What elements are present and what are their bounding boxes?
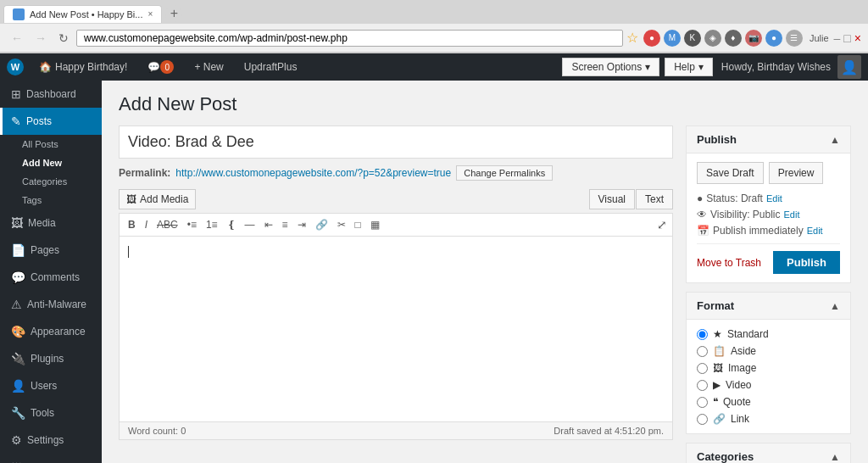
plugins-icon: 🔌 (11, 352, 25, 365)
wp-logo[interactable]: W (7, 59, 24, 75)
address-bar[interactable] (76, 30, 623, 47)
sidebar-item-appearance[interactable]: 🎨 Appearance (0, 318, 102, 345)
sidebar-sub-add-new[interactable]: Add New (0, 153, 102, 172)
preview-btn[interactable]: Preview (769, 162, 824, 184)
link-btn[interactable]: 🔗 (312, 217, 331, 232)
browser-icon-6[interactable]: 📷 (745, 30, 762, 47)
sidebar-item-wordfence[interactable]: 🛡 Wordfence (0, 454, 102, 463)
format-option-link[interactable]: 🔗 Link (697, 413, 840, 425)
browser-nav-icons: ☆ ● M K ◈ ♦ 📷 ● ☰ Julie – □ × (626, 30, 861, 47)
categories-panel-toggle[interactable]: ▲ (830, 451, 840, 463)
strikethrough-btn[interactable]: ABC (153, 217, 181, 232)
admin-bar-comments[interactable]: 💬 0 (142, 53, 179, 81)
visibility-meta: 👁 Visibility: Public Edit (697, 209, 840, 220)
change-permalinks-btn[interactable]: Change Permalinks (456, 165, 553, 181)
sidebar-item-pages[interactable]: 📄 Pages (0, 237, 102, 264)
align-left-btn[interactable]: ⇤ (261, 217, 276, 232)
format-radio-image[interactable] (697, 363, 708, 374)
word-count-label: Word count: 0 (128, 426, 186, 436)
schedule-meta: 📅 Publish immediately Edit (697, 225, 840, 237)
table-btn[interactable]: ▦ (367, 217, 383, 232)
link-format-icon: 🔗 (713, 413, 726, 425)
blockquote-btn[interactable]: ❴ (224, 217, 239, 232)
format-option-quote[interactable]: ❝ Quote (697, 396, 840, 408)
post-title-input[interactable] (119, 126, 673, 159)
format-radio-video[interactable] (697, 380, 708, 391)
back-btn[interactable]: ← (7, 30, 27, 47)
schedule-edit-link[interactable]: Edit (807, 226, 823, 236)
permalink-url[interactable]: http://www.customonepagewebsite.com/?p=5… (175, 167, 451, 179)
format-radio-aside[interactable] (697, 346, 708, 357)
browser-icon-7[interactable]: ● (765, 30, 782, 47)
bold-btn[interactable]: B (125, 217, 139, 232)
align-center-btn[interactable]: ≡ (279, 217, 292, 232)
format-panel-header[interactable]: Format ▲ (687, 293, 850, 320)
close-window-btn[interactable]: × (854, 31, 861, 45)
format-option-aside[interactable]: 📋 Aside (697, 345, 840, 357)
ordered-list-btn[interactable]: 1≡ (203, 217, 221, 232)
sidebar-sub-all-posts[interactable]: All Posts (0, 135, 102, 153)
screen-options-btn[interactable]: Screen Options ▾ (562, 58, 659, 76)
format-radio-quote[interactable] (697, 397, 708, 408)
move-to-trash-link[interactable]: Move to Trash (697, 257, 761, 269)
add-media-btn[interactable]: 🖼 Add Media (119, 189, 196, 209)
status-edit-link[interactable]: Edit (766, 193, 782, 204)
format-radio-link[interactable] (697, 414, 708, 425)
format-option-video[interactable]: ▶ Video (697, 379, 840, 391)
browser-icon-5[interactable]: ♦ (725, 30, 742, 47)
insert-btn[interactable]: □ (352, 217, 364, 232)
publish-panel-toggle[interactable]: ▲ (830, 134, 840, 146)
tab-visual[interactable]: Visual (589, 189, 635, 209)
browser-tab-active[interactable]: Add New Post • Happy Bi... × (3, 5, 162, 23)
tab-close-btn[interactable]: × (147, 9, 153, 19)
permalink-bar: Permalink: http://www.customonepagewebsi… (119, 165, 673, 181)
publish-btn[interactable]: Publish (773, 251, 840, 274)
browser-icon-2[interactable]: M (664, 30, 681, 47)
draft-saved-label: Draft saved at 4:51:20 pm. (554, 426, 664, 436)
visibility-icon: 👁 (697, 209, 707, 220)
align-right-btn[interactable]: ⇥ (294, 217, 309, 232)
italic-btn[interactable]: I (142, 217, 151, 232)
sidebar-item-comments[interactable]: 💬 Comments (0, 264, 102, 291)
horizontal-rule-btn[interactable]: — (242, 217, 259, 232)
sidebar-item-users[interactable]: 👤 Users (0, 372, 102, 399)
browser-icon-8[interactable]: ☰ (786, 30, 803, 47)
unlink-btn[interactable]: ✂ (334, 217, 349, 232)
save-draft-btn[interactable]: Save Draft (697, 162, 764, 184)
minimize-btn[interactable]: – (834, 31, 841, 45)
bookmark-star-icon[interactable]: ☆ (626, 30, 638, 46)
new-tab-btn[interactable]: + (165, 5, 182, 22)
editor-content-area[interactable] (119, 236, 673, 422)
format-option-image[interactable]: 🖼 Image (697, 362, 840, 374)
unordered-list-btn[interactable]: •≡ (184, 217, 200, 232)
sidebar-item-anti-malware[interactable]: ⚠ Anti-Malware (0, 291, 102, 318)
admin-bar-new[interactable]: + New (189, 53, 228, 81)
visibility-edit-link[interactable]: Edit (783, 209, 799, 220)
expand-toolbar-btn[interactable]: ⤢ (657, 218, 667, 232)
sidebar-item-tools[interactable]: 🔧 Tools (0, 399, 102, 427)
browser-icon-3[interactable]: K (684, 30, 701, 47)
categories-panel-header[interactable]: Categories ▲ (687, 443, 850, 463)
sidebar-item-settings[interactable]: ⚙ Settings (0, 427, 102, 454)
tab-text[interactable]: Text (636, 189, 673, 209)
forward-btn[interactable]: → (31, 30, 51, 47)
browser-icon-1[interactable]: ● (643, 30, 660, 47)
tab-favicon (13, 8, 25, 20)
format-option-standard[interactable]: ★ Standard (697, 328, 840, 340)
help-btn[interactable]: Help ▾ (665, 58, 713, 76)
admin-bar-site[interactable]: 🏠 Happy Birthday! (34, 53, 132, 81)
browser-icon-4[interactable]: ◈ (704, 30, 721, 47)
sidebar-item-plugins[interactable]: 🔌 Plugins (0, 345, 102, 372)
sidebar-item-media[interactable]: 🖼 Media (0, 209, 102, 237)
sidebar-item-dashboard[interactable]: ⊞ Dashboard (0, 81, 102, 108)
refresh-btn[interactable]: ↻ (54, 30, 73, 47)
sidebar-sub-tags[interactable]: Tags (0, 191, 102, 209)
sidebar-sub-categories[interactable]: Categories (0, 172, 102, 191)
admin-bar-updraft[interactable]: UpdraftPlus (239, 53, 303, 81)
format-radio-standard[interactable] (697, 329, 708, 340)
sidebar-item-posts[interactable]: ✎ Posts (0, 108, 102, 135)
publish-panel-header[interactable]: Publish ▲ (687, 126, 850, 153)
user-avatar[interactable]: 👤 (837, 55, 861, 79)
format-panel-toggle[interactable]: ▲ (830, 300, 840, 312)
maximize-btn[interactable]: □ (843, 31, 850, 45)
